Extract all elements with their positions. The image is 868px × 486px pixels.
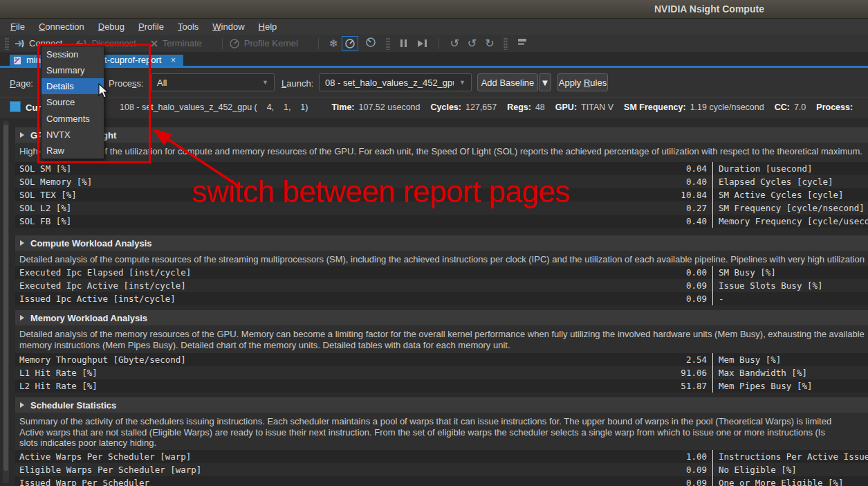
menu-item-connection[interactable]: Connection — [34, 20, 89, 33]
section-description: Detailed analysis of the compute resourc… — [15, 251, 868, 266]
profile-kernel-toggle[interactable] — [342, 36, 358, 51]
terminate-button[interactable]: Terminate — [150, 38, 202, 48]
metric-table-row: Active Warps Per Scheduler [warp]1.00Ins… — [15, 450, 868, 463]
kernel-field-cc: CC:7.0 — [775, 102, 806, 112]
metric-table-row: Issued Warp Per Scheduler0.09One or More… — [15, 476, 868, 486]
resume-kernel-button[interactable] — [365, 37, 377, 50]
section-header[interactable]: Memory Workload Analysis — [15, 310, 868, 325]
menu-item-file[interactable]: File — [6, 20, 30, 33]
menu-bar: FileConnectionDebugProfileToolsWindowHel… — [0, 19, 868, 35]
metric-value: 91.06 — [657, 368, 712, 378]
left-scrollbar[interactable] — [3, 120, 9, 483]
add-baseline-label: Add Baseline — [481, 78, 535, 88]
metric-value: 0.09 — [657, 294, 712, 304]
metric-table-row: Issued Ipc Active [inst/cycle]0.09- — [15, 292, 868, 305]
add-baseline-dropdown-button[interactable]: ▼ — [539, 73, 551, 91]
window-title: NVIDIA Nsight Compute — [654, 3, 764, 15]
report-area: GPU Speed Of LightHigh-level overview of… — [0, 118, 868, 486]
section-description: Summary of the activity of the scheduler… — [15, 413, 868, 450]
step-forward-icon[interactable]: ↻ — [485, 37, 494, 50]
metric-secondary-name: Memory Frequency [cycle/usecond] — [713, 216, 868, 226]
launch-value: 08 - set_halo_values_z_452_gpu — [325, 78, 454, 88]
page-label: Page: — [10, 78, 33, 89]
metric-value: 10.84 — [657, 190, 712, 200]
metric-table-row: SOL SM [%]0.04Duration [usecond] — [15, 162, 868, 175]
apply-rules-button[interactable]: Apply Rules — [557, 73, 608, 91]
menu-item-help[interactable]: Help — [254, 20, 282, 33]
pause-button[interactable] — [400, 39, 407, 47]
metric-value: 51.87 — [657, 381, 712, 391]
window-titlebar: NVIDIA Nsight Compute — [0, 0, 868, 19]
kernel-field-smfrequency: SM Frequency:1.19 cycle/nsecond — [624, 102, 764, 112]
tab-close-icon[interactable]: × — [171, 55, 176, 66]
metric-value: 0.00 — [657, 267, 712, 278]
metric-value: 1.00 — [657, 451, 712, 462]
metric-value: 0.27 — [657, 203, 712, 213]
launch-label: Launch: — [281, 78, 313, 89]
profile-kernel-button[interactable]: Profile Kernel — [229, 38, 298, 48]
run-to-icon[interactable]: ↺ — [468, 37, 477, 50]
kernel-color-checkbox[interactable] — [10, 101, 21, 112]
description-line: Detailed analysis of the memory resource… — [19, 329, 868, 340]
menu-item-debug[interactable]: Debug — [93, 20, 129, 33]
left-scrollbar-thumb[interactable] — [3, 125, 8, 471]
kernel-resume-icon — [365, 37, 377, 47]
expand-arrow-icon — [20, 132, 24, 138]
metric-secondary-name: Elapsed Cycles [cycle] — [713, 177, 868, 187]
metric-table-row: L1 Hit Rate [%]91.06Max Bandwidth [%] — [15, 366, 868, 379]
description-line: Summary of the activity of the scheduler… — [19, 416, 868, 427]
section-scheduler-statistics: Scheduler StatisticsSummary of the activ… — [15, 397, 868, 486]
metric-table-row: SOL FB [%]0.40Memory Frequency [cycle/us… — [15, 215, 868, 228]
annotation-rectangle — [37, 44, 151, 163]
section-header[interactable]: Compute Workload Analysis — [15, 235, 868, 251]
chevron-down-icon: ▼ — [541, 78, 550, 88]
metric-name: Issued Ipc Active [inst/cycle] — [15, 294, 657, 304]
metric-secondary-name: No Eligible [%] — [713, 465, 868, 475]
metric-value: 0.09 — [657, 280, 712, 291]
metric-value: 0.40 — [657, 216, 712, 226]
menu-item-window[interactable]: Window — [207, 20, 249, 33]
layers-button[interactable] — [515, 37, 528, 50]
launch-select[interactable]: 08 - set_halo_values_z_452_gpu ▼ — [319, 73, 472, 91]
kernel-field-process: Process: — [816, 102, 857, 112]
toolbar-drag-handle[interactable] — [5, 37, 9, 50]
metric-name: L2 Hit Rate [%] — [15, 381, 657, 391]
metric-name: SOL SM [%] — [15, 163, 657, 174]
kernel-field-regs: Regs:48 — [507, 102, 545, 112]
menu-item-tools[interactable]: Tools — [173, 20, 203, 33]
section-description: Detailed analysis of the memory resource… — [15, 325, 868, 353]
metric-secondary-name: Mem Busy [%] — [713, 354, 868, 365]
process-value: All — [157, 78, 167, 88]
toolbar-drag-handle[interactable] — [504, 37, 508, 50]
menu-item-profile[interactable]: Profile — [133, 20, 169, 33]
toolbar-drag-handle[interactable] — [386, 37, 390, 50]
kernel-gauge-icon — [344, 38, 355, 48]
metric-value: 0.09 — [657, 478, 712, 486]
section-header[interactable]: Scheduler Statistics — [15, 397, 868, 413]
section-title: Memory Workload Analysis — [30, 313, 147, 323]
profile-kernel-icon — [229, 38, 240, 48]
section-compute-workload-analysis: Compute Workload AnalysisDetailed analys… — [15, 235, 868, 305]
metric-value: 0.09 — [657, 465, 712, 475]
section-title: Scheduler Statistics — [30, 400, 116, 411]
layers-icon — [515, 37, 528, 47]
freeze-api-icon[interactable]: ❄ — [329, 38, 338, 48]
metric-secondary-name: Max Bandwidth [%] — [713, 368, 868, 378]
metric-name: Executed Ipc Active [inst/cycle] — [15, 280, 657, 291]
toolbar-separator — [318, 38, 319, 49]
metric-secondary-name: - — [713, 294, 868, 304]
section-memory-workload-analysis: Memory Workload AnalysisDetailed analysi… — [15, 310, 868, 393]
toolbar-separator — [222, 38, 223, 49]
process-select[interactable]: All ▼ — [151, 73, 275, 91]
chevron-down-icon: ▼ — [257, 79, 268, 86]
add-baseline-button[interactable]: Add Baseline — [477, 73, 538, 91]
metric-name: L1 Hit Rate [%] — [15, 368, 657, 378]
metric-secondary-name: Issue Slots Busy [%] — [713, 280, 868, 291]
step-button[interactable] — [418, 39, 427, 47]
metric-name: SOL FB [%] — [15, 216, 657, 226]
metric-secondary-name: Mem Pipes Busy [%] — [713, 381, 868, 391]
description-line: slots indicates poor latency hiding. — [19, 438, 868, 449]
step-back-icon[interactable]: ↺ — [450, 37, 459, 50]
description-line: Detailed analysis of the compute resourc… — [19, 254, 868, 265]
description-line: Active warps that are not stalled (Eligi… — [19, 427, 868, 438]
